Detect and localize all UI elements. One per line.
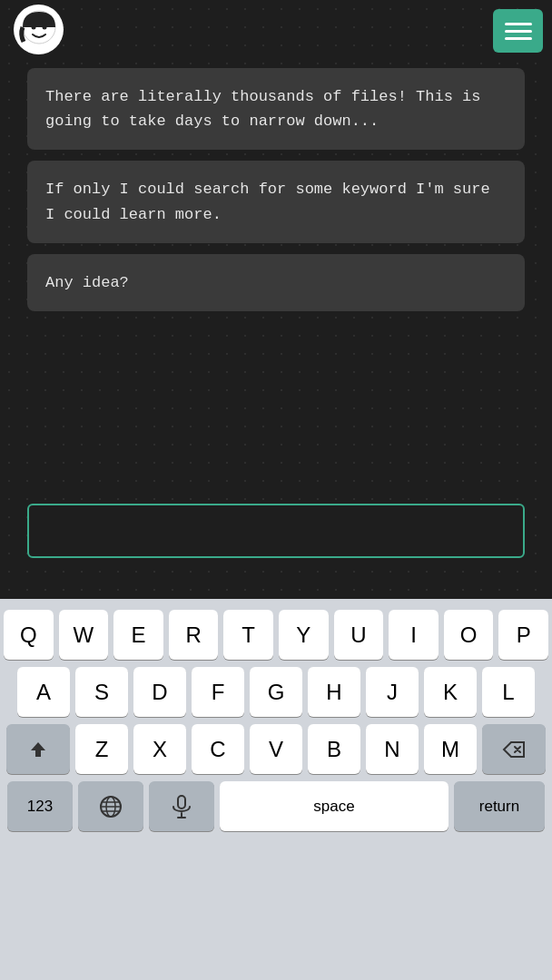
keyboard-bottom-row: 123 space	[4, 781, 548, 831]
app-container: There are literally thousands of files! …	[0, 0, 552, 980]
key-x[interactable]: X	[133, 724, 186, 774]
key-c[interactable]: C	[192, 724, 244, 774]
keyboard-row-1: Q W E R T Y U I O P	[4, 610, 548, 660]
key-g[interactable]: G	[250, 667, 302, 717]
key-f[interactable]: F	[192, 667, 244, 717]
key-q[interactable]: Q	[4, 610, 54, 660]
delete-key[interactable]	[482, 724, 546, 774]
space-key[interactable]: space	[220, 781, 448, 831]
chat-bubble-1: There are literally thousands of files! …	[27, 68, 525, 150]
key-w[interactable]: W	[59, 610, 109, 660]
key-y[interactable]: Y	[279, 610, 329, 660]
menu-line-3	[505, 37, 532, 40]
avatar	[14, 5, 64, 54]
text-input[interactable]	[27, 504, 525, 558]
key-l[interactable]: L	[482, 667, 535, 717]
microphone-key[interactable]	[149, 781, 214, 831]
key-u[interactable]: U	[334, 610, 384, 660]
key-d[interactable]: D	[133, 667, 186, 717]
numbers-key[interactable]: 123	[7, 781, 73, 831]
key-i[interactable]: I	[389, 610, 439, 660]
key-t[interactable]: T	[223, 610, 273, 660]
chat-area: There are literally thousands of files! …	[27, 68, 525, 322]
key-r[interactable]: R	[169, 610, 219, 660]
shift-key[interactable]	[6, 724, 70, 774]
chat-bubble-2: If only I could search for some keyword …	[27, 161, 525, 242]
return-key[interactable]: return	[454, 781, 545, 831]
key-v[interactable]: V	[250, 724, 302, 774]
svg-point-1	[31, 24, 35, 29]
input-area	[27, 504, 525, 558]
key-z[interactable]: Z	[75, 724, 128, 774]
key-b[interactable]: B	[308, 724, 360, 774]
key-k[interactable]: K	[424, 667, 477, 717]
key-p[interactable]: P	[498, 610, 548, 660]
key-s[interactable]: S	[75, 667, 128, 717]
key-h[interactable]: H	[308, 667, 360, 717]
menu-line-2	[505, 30, 532, 33]
key-j[interactable]: J	[366, 667, 419, 717]
key-a[interactable]: A	[17, 667, 70, 717]
top-bar	[0, 0, 552, 59]
menu-button[interactable]	[493, 9, 543, 53]
svg-point-2	[42, 24, 46, 29]
keyboard: Q W E R T Y U I O P A S D F G H J K L	[0, 599, 552, 980]
chat-bubble-3: Any idea?	[27, 254, 525, 311]
key-e[interactable]: E	[113, 610, 163, 660]
keyboard-row-2: A S D F G H J K L	[4, 667, 548, 717]
keyboard-row-3: Z X C V B N M	[4, 724, 548, 774]
key-n[interactable]: N	[366, 724, 419, 774]
menu-line-1	[505, 23, 532, 25]
svg-rect-5	[178, 796, 185, 808]
globe-key[interactable]	[78, 781, 143, 831]
key-o[interactable]: O	[444, 610, 494, 660]
key-m[interactable]: M	[424, 724, 477, 774]
